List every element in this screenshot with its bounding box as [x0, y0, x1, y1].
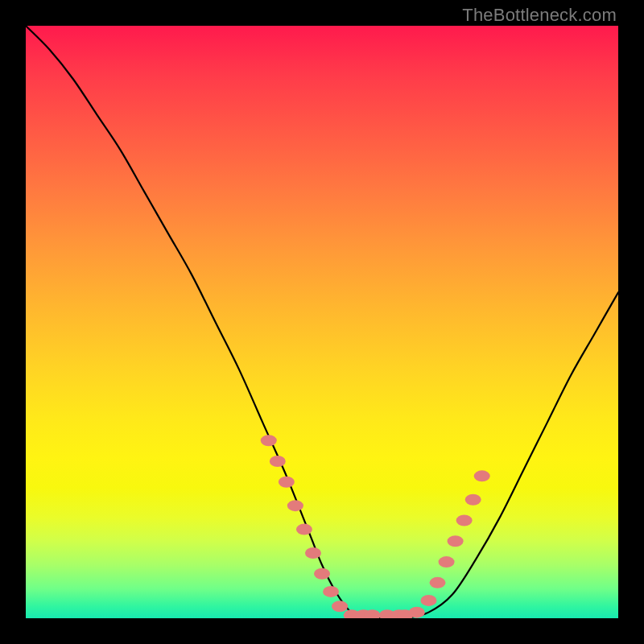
curve-marker: [420, 595, 436, 606]
curve-marker: [448, 535, 464, 547]
curve-marker: [314, 568, 330, 580]
curve-marker: [474, 470, 490, 481]
bottleneck-curve: [26, 26, 618, 618]
curve-marker: [296, 524, 312, 535]
curve-marker: [465, 494, 481, 506]
curve-marker: [439, 556, 455, 568]
curve-marker: [279, 477, 295, 488]
curve-marker: [409, 607, 425, 618]
curve-marker: [430, 577, 446, 588]
curve-marker: [287, 500, 303, 511]
curve-marker: [332, 601, 348, 612]
curve-marker: [323, 586, 339, 597]
plot-area: [26, 26, 618, 618]
curve-marker: [270, 456, 286, 467]
curve-marker: [456, 515, 473, 526]
attribution-text: TheBottleneck.com: [462, 5, 617, 26]
chart-frame: TheBottleneck.com: [0, 0, 644, 644]
curve-marker: [261, 435, 277, 446]
curve-marker: [305, 547, 321, 559]
curve-svg: [26, 26, 618, 618]
